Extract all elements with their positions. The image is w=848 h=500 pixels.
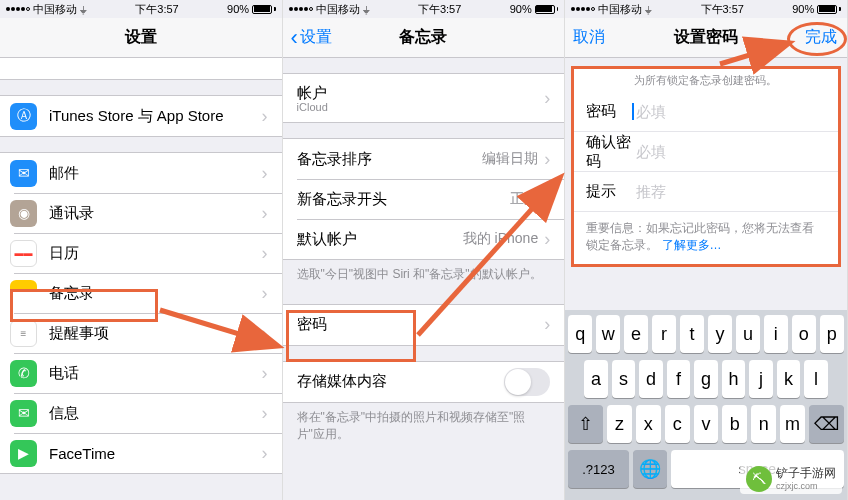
key-c[interactable]: c — [665, 405, 690, 443]
row-value: 我的 iPhone — [463, 230, 538, 248]
facetime-icon: ▶ — [10, 440, 37, 467]
key-a[interactable]: a — [584, 360, 608, 398]
key-d[interactable]: d — [639, 360, 663, 398]
key-h[interactable]: h — [722, 360, 746, 398]
row-sort[interactable]: 备忘录排序 编辑日期 › — [283, 139, 565, 179]
page-title: 备忘录 — [399, 27, 447, 48]
row-itunes-appstore[interactable]: Ⓐ iTunes Store 与 App Store › — [0, 96, 282, 136]
key-z[interactable]: z — [607, 405, 632, 443]
wifi-icon: ⏚ — [363, 3, 370, 15]
row-media-storage[interactable]: 存储媒体内容 — [283, 362, 565, 402]
notes-icon — [10, 280, 37, 307]
appstore-icon: Ⓐ — [10, 103, 37, 130]
key-n[interactable]: n — [751, 405, 776, 443]
hint-label: 提示 — [586, 182, 636, 201]
section-footer: 将在"备忘录"中拍摄的照片和视频存储至"照片"应用。 — [283, 403, 565, 449]
row-default-account[interactable]: 默认帐户 我的 iPhone › — [283, 219, 565, 259]
row-password[interactable]: 密码 › — [283, 305, 565, 345]
row-label: 备忘录排序 — [297, 150, 483, 169]
signal-dots — [6, 7, 30, 11]
key-q[interactable]: q — [568, 315, 592, 353]
chevron-right-icon: › — [544, 88, 550, 109]
row-account[interactable]: 帐户 iCloud › — [283, 74, 565, 122]
carrier-label: 中国移动 — [316, 2, 360, 17]
backspace-key[interactable]: ⌫ — [809, 405, 844, 443]
key-s[interactable]: s — [612, 360, 636, 398]
row-label: 默认帐户 — [297, 230, 463, 249]
chevron-right-icon: › — [262, 283, 268, 304]
wifi-icon: ⏚ — [80, 3, 87, 15]
key-j[interactable]: j — [749, 360, 773, 398]
row-phone[interactable]: ✆ 电话 › — [0, 353, 282, 393]
row-label: 备忘录 — [49, 284, 256, 303]
page-title: 设置 — [125, 27, 157, 48]
key-x[interactable]: x — [636, 405, 661, 443]
cancel-label: 取消 — [573, 27, 605, 48]
row-label: iTunes Store 与 App Store — [49, 107, 256, 126]
chevron-right-icon: › — [544, 189, 550, 210]
nav-bar: 取消 设置密码 完成 — [565, 18, 847, 58]
key-k[interactable]: k — [777, 360, 801, 398]
messages-icon: ✉ — [10, 400, 37, 427]
notes-settings-screen: 中国移动 ⏚ 下午3:57 90% ‹ 设置 备忘录 帐户 iCloud › 备… — [283, 0, 566, 500]
password-form: 为所有锁定备忘录创建密码。 密码 确认密码 提示 重要信息：如果忘记此密码，您将… — [571, 66, 841, 267]
key-f[interactable]: f — [667, 360, 691, 398]
key-p[interactable]: p — [820, 315, 844, 353]
learn-more-link[interactable]: 了解更多… — [662, 238, 722, 252]
chevron-right-icon: › — [262, 203, 268, 224]
key-l[interactable]: l — [804, 360, 828, 398]
password-label: 密码 — [586, 102, 632, 121]
key-y[interactable]: y — [708, 315, 732, 353]
row-contacts[interactable]: ◉ 通讯录 › — [0, 193, 282, 233]
key-m[interactable]: m — [780, 405, 805, 443]
hint-input[interactable] — [636, 183, 826, 200]
row-notes[interactable]: 备忘录 › — [0, 273, 282, 313]
key-t[interactable]: t — [680, 315, 704, 353]
key-e[interactable]: e — [624, 315, 648, 353]
nav-bar: ‹ 设置 备忘录 — [283, 18, 565, 58]
chevron-right-icon: › — [262, 323, 268, 344]
key-b[interactable]: b — [722, 405, 747, 443]
row-reminders[interactable]: ≡ 提醒事项 › — [0, 313, 282, 353]
key-r[interactable]: r — [652, 315, 676, 353]
row-mail[interactable]: ✉ 邮件 › — [0, 153, 282, 193]
row-calendar[interactable]: ▬▬ 日历 › — [0, 233, 282, 273]
password-input[interactable] — [632, 103, 826, 120]
status-bar: 中国移动 ⏚ 下午3:57 90% — [283, 0, 565, 18]
watermark: ⛏ 铲子手游网 czjxjc.com — [740, 464, 842, 494]
kb-row-1: qwertyuiop — [568, 315, 844, 353]
shift-key[interactable]: ⇧ — [568, 405, 603, 443]
form-header: 为所有锁定备忘录创建密码。 — [574, 69, 838, 92]
watermark-url: czjxjc.com — [776, 481, 836, 491]
numeric-key[interactable]: .?123 — [568, 450, 628, 488]
row-sublabel: iCloud — [297, 101, 539, 113]
row-label: 存储媒体内容 — [297, 372, 505, 391]
row-label: 通讯录 — [49, 204, 256, 223]
key-i[interactable]: i — [764, 315, 788, 353]
done-button[interactable]: 完成 — [805, 18, 837, 57]
chevron-right-icon: › — [544, 314, 550, 335]
back-button[interactable]: ‹ 设置 — [291, 18, 332, 57]
key-w[interactable]: w — [596, 315, 620, 353]
key-v[interactable]: v — [694, 405, 719, 443]
chevron-right-icon: › — [262, 163, 268, 184]
row-label: 密码 — [297, 315, 539, 334]
watermark-name: 铲子手游网 — [776, 467, 836, 480]
back-label: 设置 — [300, 27, 332, 48]
globe-key[interactable]: 🌐 — [633, 450, 668, 488]
key-g[interactable]: g — [694, 360, 718, 398]
confirm-password-input[interactable] — [636, 143, 826, 160]
key-u[interactable]: u — [736, 315, 760, 353]
cancel-button[interactable]: 取消 — [573, 18, 605, 57]
row-newstart[interactable]: 新备忘录开头 正文 › — [283, 179, 565, 219]
row-value: 编辑日期 — [482, 150, 538, 168]
toggle-switch[interactable] — [504, 368, 550, 396]
row-facetime[interactable]: ▶ FaceTime › — [0, 433, 282, 473]
clock: 下午3:57 — [135, 2, 178, 17]
partial-row — [0, 58, 282, 80]
watermark-icon: ⛏ — [746, 466, 772, 492]
key-o[interactable]: o — [792, 315, 816, 353]
row-messages[interactable]: ✉ 信息 › — [0, 393, 282, 433]
clock: 下午3:57 — [418, 2, 461, 17]
chevron-right-icon: › — [262, 403, 268, 424]
